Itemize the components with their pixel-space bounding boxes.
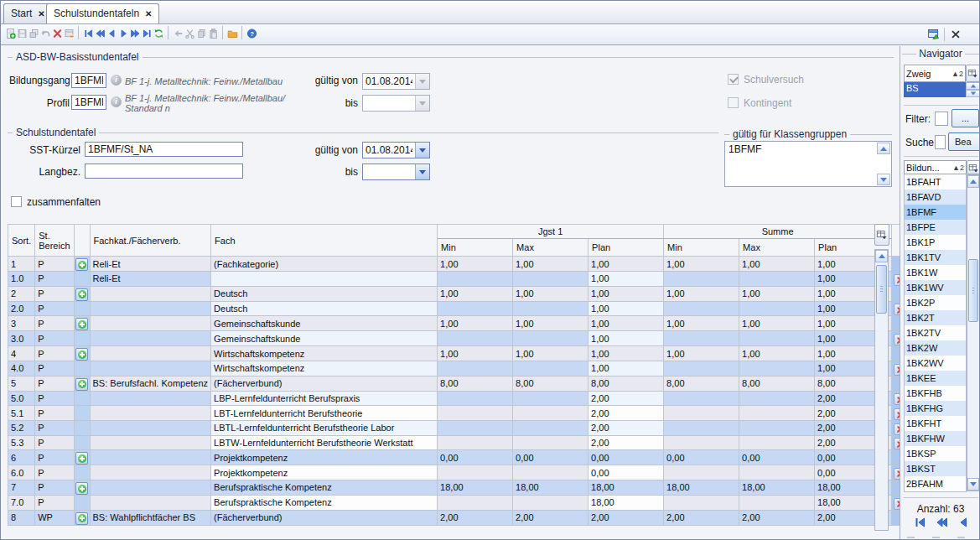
cell-fachkat[interactable] — [90, 361, 211, 376]
profil-field[interactable] — [71, 95, 106, 110]
cell-summe-max[interactable]: 2,00 — [739, 510, 815, 525]
cell-fach[interactable]: LBTW-Lernfeldunterricht Berufstheorie We… — [211, 435, 438, 450]
cell-summe-min[interactable] — [664, 301, 739, 316]
list-item[interactable]: 1BK2WV — [905, 356, 966, 371]
cell-bereich[interactable]: WP — [35, 510, 74, 525]
cell-jgst-plan[interactable]: 1,00 — [589, 361, 664, 376]
cell-fach[interactable]: Berufspraktische Kompetenz — [211, 496, 438, 511]
add-row-button[interactable] — [75, 512, 88, 525]
list-scrollbar[interactable] — [967, 174, 980, 491]
scroll-down-button[interactable] — [967, 478, 979, 491]
scroll-down-button[interactable] — [877, 174, 890, 185]
list-item[interactable]: 1BK2T — [905, 310, 966, 325]
help-icon[interactable]: ? — [246, 28, 257, 39]
prev-page-icon[interactable] — [95, 28, 106, 39]
cell-add[interactable] — [74, 257, 90, 272]
cell-summe-max[interactable] — [739, 406, 815, 421]
cell-fachkat[interactable]: Reli-Et — [90, 257, 211, 272]
list-item[interactable]: 1BKFHW — [905, 431, 966, 446]
filter-ellipsis-button[interactable]: ... — [951, 109, 979, 127]
cell-sort[interactable]: 5 — [8, 376, 35, 391]
scrollbar-thumb[interactable] — [968, 259, 978, 322]
cell-summe-max[interactable]: 8,00 — [739, 376, 815, 391]
cell-jgst-max[interactable]: 1,00 — [513, 316, 589, 331]
cell-jgst-min[interactable] — [438, 391, 513, 406]
cell-bereich[interactable]: P — [35, 406, 74, 421]
cell-fachkat[interactable] — [90, 480, 211, 495]
bis-combobox-2[interactable] — [362, 164, 430, 180]
cell-sort[interactable]: 6.0 — [8, 465, 35, 480]
cell-summe-min[interactable] — [664, 391, 739, 406]
zusammenfalten-checkbox[interactable] — [11, 196, 22, 207]
save-icon[interactable] — [17, 28, 28, 39]
list-item[interactable]: 1BKFHB — [905, 386, 966, 401]
cell-add[interactable] — [74, 316, 90, 331]
cell-jgst-max[interactable]: 1,00 — [513, 286, 589, 301]
cell-jgst-min[interactable]: 1,00 — [438, 346, 513, 361]
navigate-back-icon[interactable] — [173, 28, 184, 39]
duplicate-icon[interactable] — [29, 28, 39, 39]
spin-up-button[interactable] — [966, 82, 980, 90]
cell-fach[interactable]: LBP-Lernfeldunterricht Berufspraxis — [211, 391, 438, 406]
prev-page-icon[interactable] — [935, 516, 949, 529]
cell-fach[interactable]: Projektkompetenz — [211, 465, 438, 480]
grid-settings-button[interactable] — [966, 65, 980, 82]
cell-fach[interactable]: (Fächerverbund) — [211, 510, 438, 525]
cell-jgst-max[interactable] — [513, 272, 589, 287]
cell-sort[interactable]: 3 — [8, 316, 35, 331]
cell-jgst-plan[interactable]: 1,00 — [589, 346, 664, 361]
cell-bereich[interactable]: P — [35, 272, 74, 287]
scroll-up-button[interactable] — [875, 250, 888, 262]
gueltig-von-combobox[interactable] — [362, 73, 430, 90]
cell-summe-max[interactable] — [739, 331, 815, 346]
scroll-up-button[interactable] — [967, 175, 979, 188]
cell-fach[interactable]: (Fächerverbund) — [211, 376, 438, 391]
chevron-down-icon[interactable] — [415, 143, 429, 158]
cell-jgst-plan[interactable]: 18,00 — [589, 496, 664, 511]
window-list-icon[interactable] — [927, 28, 941, 41]
cell-fach[interactable] — [211, 272, 438, 287]
cell-jgst-min[interactable] — [438, 301, 513, 316]
cell-fachkat[interactable] — [90, 286, 211, 301]
cell-summe-max[interactable] — [739, 391, 815, 406]
list-item[interactable]: 1BFAVD — [905, 190, 966, 205]
paste-icon[interactable] — [208, 28, 219, 39]
cell-summe-max[interactable] — [739, 421, 815, 436]
cell-fachkat[interactable] — [90, 421, 211, 436]
cell-jgst-plan[interactable]: 2,00 — [589, 510, 664, 525]
cell-jgst-min[interactable] — [438, 435, 513, 450]
add-row-button[interactable] — [75, 482, 88, 495]
cell-fach[interactable]: Wirtschaftskompetenz — [211, 361, 438, 376]
cell-summe-max[interactable] — [739, 465, 815, 480]
delete-icon[interactable] — [52, 28, 63, 39]
gueltig-von-value[interactable] — [363, 74, 415, 89]
cell-bereich[interactable]: P — [35, 465, 74, 480]
list-item[interactable]: 1BKSP — [905, 446, 966, 461]
bildungsgang-list-header[interactable]: Bildun... ▲2 — [904, 160, 967, 174]
cell-bereich[interactable]: P — [35, 301, 74, 316]
cell-add[interactable] — [74, 361, 90, 376]
cell-fachkat[interactable] — [90, 435, 211, 450]
cell-summe-max[interactable]: 1,00 — [739, 316, 815, 331]
list-item[interactable]: 1BK2TV — [905, 325, 966, 340]
cell-add[interactable] — [74, 376, 90, 391]
cell-jgst-max[interactable] — [513, 435, 589, 450]
cell-add[interactable] — [74, 331, 90, 346]
cell-summe-min[interactable] — [664, 331, 739, 346]
chevron-down-icon[interactable] — [415, 96, 429, 111]
zweig-header[interactable]: Zweig ▲2 — [904, 65, 966, 82]
refresh-icon[interactable] — [153, 28, 164, 39]
form-remove-icon[interactable] — [64, 28, 75, 39]
cell-jgst-max[interactable] — [513, 331, 589, 346]
cell-jgst-max[interactable] — [513, 406, 589, 421]
cell-jgst-min[interactable]: 0,00 — [438, 450, 513, 465]
cell-summe-min[interactable]: 1,00 — [664, 316, 739, 331]
cell-jgst-plan[interactable]: 0,00 — [589, 450, 664, 465]
cell-fachkat[interactable] — [90, 346, 211, 361]
cell-sort[interactable]: 6 — [8, 450, 35, 465]
cell-jgst-plan[interactable]: 8,00 — [589, 376, 664, 391]
list-item[interactable]: 1BKFHT — [905, 416, 966, 431]
cell-summe-min[interactable] — [664, 435, 739, 450]
add-row-button[interactable] — [75, 258, 88, 271]
chevron-down-icon[interactable] — [415, 164, 429, 179]
